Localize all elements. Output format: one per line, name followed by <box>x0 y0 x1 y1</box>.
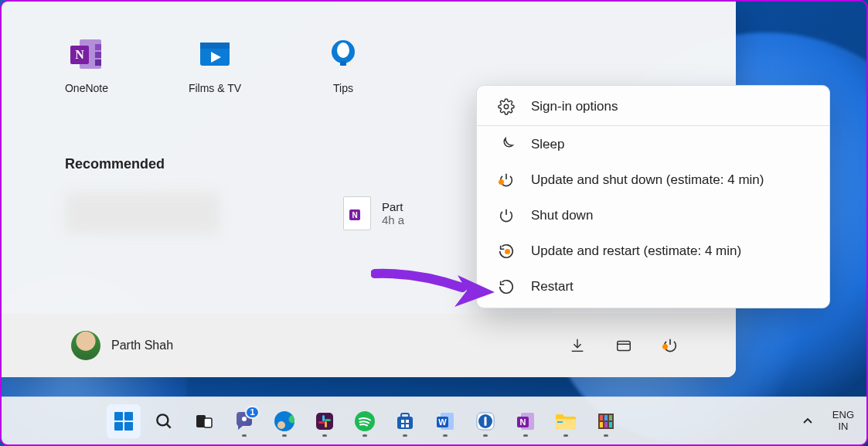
onepassword-button[interactable] <box>468 404 502 438</box>
svg-text:N: N <box>352 211 357 220</box>
task-view-button[interactable] <box>187 404 221 438</box>
word-button[interactable]: W <box>428 404 462 438</box>
svg-rect-7 <box>200 43 230 49</box>
power-icon <box>497 206 516 225</box>
tips-icon <box>322 32 365 76</box>
onenote-file-icon: N <box>343 196 371 230</box>
app-label: Films & TV <box>176 82 254 94</box>
menu-label: Sleep <box>531 137 564 152</box>
recommended-text: Part 4h a <box>382 200 404 226</box>
annotation-arrow <box>371 264 502 318</box>
svg-rect-2 <box>95 52 101 58</box>
avatar <box>71 331 100 360</box>
spotify-button[interactable] <box>348 404 382 438</box>
divider <box>477 125 829 126</box>
svg-rect-49 <box>556 419 576 429</box>
svg-text:N: N <box>519 417 526 427</box>
sleep-item[interactable]: Sleep <box>477 127 829 162</box>
svg-rect-55 <box>600 422 603 427</box>
svg-rect-56 <box>604 422 608 427</box>
downloads-button[interactable] <box>567 335 587 356</box>
svg-text:W: W <box>438 417 447 427</box>
update-shutdown-item[interactable]: Update and shut down (estimate: 4 min) <box>477 162 829 198</box>
language-button[interactable]: ENG IN <box>832 410 854 433</box>
svg-point-21 <box>157 414 168 425</box>
svg-rect-14 <box>618 342 631 351</box>
chat-badge: 1 <box>245 406 259 419</box>
svg-rect-38 <box>401 424 404 427</box>
power-update-icon <box>497 171 516 189</box>
app-tile-films-tv[interactable]: Films & TV <box>176 32 254 94</box>
power-menu-popup: Sign-in options Sleep Update and shut do… <box>476 85 830 308</box>
svg-rect-3 <box>95 60 101 66</box>
restart-item[interactable]: Restart <box>477 269 829 305</box>
svg-rect-45 <box>484 417 486 426</box>
svg-rect-28 <box>316 413 333 430</box>
moon-icon <box>497 135 516 154</box>
recommended-section: Recommended N Part 4h a <box>65 156 404 234</box>
tray-overflow-button[interactable] <box>795 410 820 432</box>
svg-rect-54 <box>609 415 612 420</box>
file-explorer-button[interactable] <box>549 404 583 438</box>
app-label: OneNote <box>48 82 125 94</box>
menu-label: Update and shut down (estimate: 4 min) <box>531 172 764 188</box>
start-button[interactable] <box>107 404 141 438</box>
pinned-apps-row: N OneNote Films & TV <box>48 32 382 94</box>
svg-rect-29 <box>322 415 325 421</box>
svg-rect-24 <box>204 418 212 427</box>
svg-text:N: N <box>75 48 84 61</box>
svg-rect-50 <box>557 421 563 423</box>
svg-rect-30 <box>325 421 327 427</box>
svg-rect-17 <box>114 412 123 420</box>
footer-actions <box>567 335 680 356</box>
recommended-items: N Part 4h a <box>65 192 404 234</box>
folder-button[interactable] <box>614 335 634 356</box>
power-button[interactable] <box>660 335 680 356</box>
gear-icon <box>497 97 516 116</box>
powertoys-button[interactable] <box>589 404 623 438</box>
recommended-heading: Recommended <box>65 156 404 172</box>
start-menu-footer: Parth Shah <box>2 314 736 377</box>
restart-update-icon <box>497 242 516 260</box>
profile-button[interactable]: Parth Shah <box>71 331 173 360</box>
search-button[interactable] <box>147 404 181 438</box>
svg-rect-11 <box>340 61 346 66</box>
svg-rect-18 <box>124 412 133 420</box>
svg-rect-34 <box>397 417 413 429</box>
slack-button[interactable] <box>308 404 342 438</box>
films-tv-icon <box>193 32 237 76</box>
app-tile-onenote[interactable]: N OneNote <box>48 32 125 94</box>
svg-rect-36 <box>401 420 404 423</box>
chat-button[interactable]: 1 <box>227 404 261 438</box>
svg-rect-39 <box>406 424 409 427</box>
menu-label: Update and restart (estimate: 4 min) <box>531 243 741 259</box>
onenote-icon: N <box>65 32 108 76</box>
recommended-item-blurred[interactable] <box>65 192 220 234</box>
svg-rect-52 <box>600 415 603 420</box>
lang-bottom: IN <box>832 421 854 433</box>
svg-point-15 <box>504 104 509 109</box>
svg-line-22 <box>166 424 170 427</box>
shutdown-item[interactable]: Shut down <box>477 198 829 233</box>
svg-rect-37 <box>406 420 409 423</box>
recommended-subtitle: 4h a <box>382 213 404 226</box>
svg-rect-53 <box>604 415 608 420</box>
app-tile-tips[interactable]: Tips <box>305 32 382 94</box>
svg-rect-57 <box>609 422 612 427</box>
profile-name: Parth Shah <box>111 339 173 352</box>
update-restart-item[interactable]: Update and restart (estimate: 4 min) <box>477 233 829 269</box>
svg-point-10 <box>337 43 349 58</box>
store-button[interactable] <box>388 404 422 438</box>
svg-rect-20 <box>124 422 133 431</box>
menu-label: Shut down <box>531 208 593 223</box>
onenote-taskbar-button[interactable]: N <box>509 404 543 438</box>
recommended-item-onenote[interactable]: N Part 4h a <box>343 192 404 234</box>
svg-point-27 <box>277 421 285 429</box>
svg-rect-1 <box>95 44 101 50</box>
taskbar: 1 <box>2 397 866 444</box>
edge-button[interactable] <box>267 404 301 438</box>
svg-rect-19 <box>114 422 123 431</box>
lang-top: ENG <box>832 410 854 421</box>
recommended-title: Part <box>382 200 404 213</box>
signin-options-item[interactable]: Sign-in options <box>477 89 829 124</box>
